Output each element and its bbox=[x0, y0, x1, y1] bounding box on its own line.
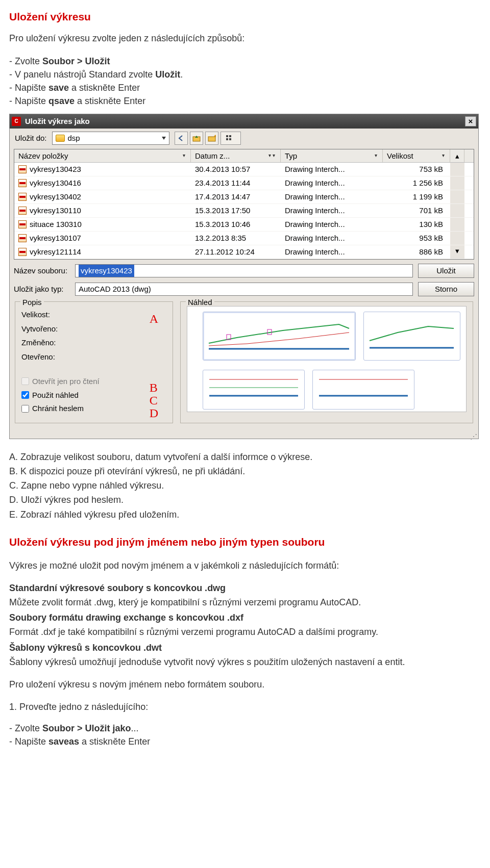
file-name: vykresy130402 bbox=[30, 191, 81, 202]
subheading: Soubory formátu drawing exchange s konco… bbox=[9, 611, 481, 624]
folder-dropdown[interactable]: dsp bbox=[52, 132, 169, 145]
scrollbar-track[interactable] bbox=[450, 163, 464, 176]
file-icon bbox=[18, 248, 27, 256]
file-row[interactable]: situace 130310 15.3.2013 10:46 Drawing I… bbox=[14, 218, 474, 232]
preview-thumbnail[interactable] bbox=[363, 312, 460, 361]
command-name: saveas bbox=[48, 736, 79, 747]
scrollbar-track[interactable] bbox=[450, 232, 464, 245]
svg-rect-6 bbox=[229, 138, 231, 140]
preview-thumbnail[interactable] bbox=[203, 370, 305, 410]
file-name: vykresy130110 bbox=[30, 205, 81, 216]
legend-e: E. Zobrazí náhled výkresu před uložením. bbox=[9, 508, 481, 521]
file-name: situace 130310 bbox=[30, 219, 82, 230]
resize-grip[interactable]: ⋰ bbox=[10, 430, 478, 439]
scrollbar-track[interactable] bbox=[450, 190, 464, 203]
txt: . bbox=[180, 69, 183, 80]
annotation-b: B bbox=[150, 381, 158, 394]
file-type: Drawing Interch... bbox=[281, 219, 383, 230]
methods-list: - Zvolte Soubor > Uložit - V panelu nást… bbox=[9, 55, 481, 108]
annotation-legend: A. Zobrazuje velikost souboru, datum vyt… bbox=[9, 450, 481, 521]
new-folder-button[interactable]: ✦ bbox=[205, 132, 218, 145]
legend-a: A. Zobrazuje velikost souboru, datum vyt… bbox=[9, 450, 481, 464]
txt: - Zvolte bbox=[9, 56, 42, 66]
checkbox-icon bbox=[21, 377, 29, 385]
file-listing: Název položky▾ Datum z...▾ ▾ Typ▾ Veliko… bbox=[14, 149, 474, 260]
filetype-value: AutoCAD 2013 (dwg) bbox=[79, 284, 151, 295]
file-date: 23.4.2013 11:44 bbox=[191, 177, 281, 189]
chevron-down-icon bbox=[162, 137, 166, 140]
nav-back-button[interactable] bbox=[175, 132, 188, 145]
txt: a stiskněte Enter bbox=[79, 736, 150, 747]
txt: - Zvolte bbox=[9, 723, 42, 733]
format-dwg: Standardní výkresové soubory s koncovkou… bbox=[9, 581, 481, 609]
save-as-dialog: C Uložit výkres jako × Uložit do: dsp ✦ bbox=[9, 114, 479, 439]
file-size: 753 kB bbox=[383, 164, 450, 175]
save-as-methods: - Zvolte Soubor > Uložit jako... - Napiš… bbox=[9, 722, 481, 748]
file-type: Drawing Interch... bbox=[281, 177, 383, 189]
preview-thumbnail[interactable] bbox=[312, 370, 414, 410]
filename-input[interactable]: vykresy130423 bbox=[75, 264, 413, 277]
file-row[interactable]: vykresy130402 17.4.2013 14:47 Drawing In… bbox=[14, 190, 474, 204]
svg-rect-5 bbox=[226, 138, 228, 140]
view-mode-dropdown[interactable] bbox=[220, 132, 241, 145]
cancel-button[interactable]: Storno bbox=[418, 282, 474, 296]
col-type[interactable]: Typ▾ bbox=[281, 149, 383, 162]
col-name[interactable]: Název položky▾ bbox=[14, 149, 191, 162]
save-as-note: Pro uložení výkresu s novým jménem nebo … bbox=[9, 678, 481, 691]
save-button[interactable]: Uložit bbox=[418, 264, 474, 278]
annotation-a: A bbox=[150, 310, 158, 328]
file-name: vykresy130416 bbox=[30, 177, 81, 189]
file-date: 15.3.2013 17:50 bbox=[191, 205, 281, 216]
scrollbar-track[interactable] bbox=[450, 218, 464, 231]
file-row[interactable]: vykresy121114 27.11.2012 10:24 Drawing I… bbox=[14, 245, 474, 259]
txt: a stiskněte Enter bbox=[75, 96, 145, 106]
command-name: qsave bbox=[48, 96, 75, 106]
heading-save-as: Uložení výkresu pod jiným jménem nebo ji… bbox=[9, 534, 481, 550]
file-name: vykresy121114 bbox=[30, 246, 81, 258]
file-row[interactable]: vykresy130110 15.3.2013 17:50 Drawing In… bbox=[14, 204, 474, 218]
file-name: vykresy130107 bbox=[30, 233, 81, 244]
col-size[interactable]: Velikost▾ bbox=[383, 149, 450, 162]
txt: - V panelu nástrojů Standard zvolte bbox=[9, 69, 155, 80]
filename-label: Název souboru: bbox=[14, 267, 70, 275]
use-thumb-checkbox[interactable]: Použit náhled bbox=[21, 390, 166, 401]
paragraph: Šablony výkresů umožňují jednoduše vytvo… bbox=[9, 655, 481, 669]
filename-value: vykresy130423 bbox=[79, 265, 134, 277]
file-date: 30.4.2013 10:57 bbox=[191, 164, 281, 175]
menu-path: Soubor > Uložit jako bbox=[42, 723, 131, 733]
desc-created-label: Vytvořeno: bbox=[21, 323, 166, 335]
svg-text:✦: ✦ bbox=[213, 135, 216, 139]
scroll-up-button[interactable]: ▴ bbox=[450, 149, 464, 162]
scrollbar-track[interactable] bbox=[450, 176, 464, 190]
file-type: Drawing Interch... bbox=[281, 233, 383, 244]
close-button[interactable]: × bbox=[465, 116, 476, 126]
file-date: 13.2.2013 8:35 bbox=[191, 233, 281, 244]
app-icon: C bbox=[12, 117, 21, 126]
save-as-intro: Výkres je možné uložit pod novým jménem … bbox=[9, 559, 481, 572]
up-folder-button[interactable] bbox=[190, 132, 203, 145]
file-size: 953 kB bbox=[383, 233, 450, 244]
scroll-down-button[interactable]: ▾ bbox=[450, 245, 464, 259]
file-row[interactable]: vykresy130416 23.4.2013 11:44 Drawing In… bbox=[14, 176, 474, 190]
filetype-dropdown[interactable]: AutoCAD 2013 (dwg) bbox=[75, 283, 413, 296]
file-icon bbox=[18, 207, 27, 215]
format-dxf: Soubory formátu drawing exchange s konco… bbox=[9, 611, 481, 639]
file-size: 701 kB bbox=[383, 205, 450, 216]
scrollbar-track[interactable] bbox=[450, 204, 464, 217]
dialog-title: Uložit výkres jako bbox=[25, 116, 90, 127]
preview-thumbnail[interactable] bbox=[203, 312, 356, 361]
desc-modified-label: Změněno: bbox=[21, 337, 166, 348]
annotation-c: C bbox=[150, 394, 158, 407]
col-date[interactable]: Datum z...▾ ▾ bbox=[191, 149, 281, 162]
file-row[interactable]: vykresy130107 13.2.2013 8:35 Drawing Int… bbox=[14, 232, 474, 245]
readonly-checkbox[interactable]: Otevřít jen pro čtení bbox=[21, 376, 166, 387]
preview-area: E bbox=[187, 306, 467, 412]
file-row[interactable]: vykresy130423 30.4.2013 10:57 Drawing In… bbox=[14, 163, 474, 176]
protect-password-checkbox[interactable]: Chránit heslem bbox=[21, 403, 166, 414]
file-icon bbox=[18, 165, 27, 173]
checkbox-icon bbox=[21, 405, 29, 413]
subheading: Standardní výkresové soubory s koncovkou… bbox=[9, 581, 481, 595]
txt: - Napište bbox=[9, 96, 48, 106]
subheading: Šablony výkresů s koncovkou .dwt bbox=[9, 641, 481, 654]
file-icon bbox=[18, 234, 27, 242]
